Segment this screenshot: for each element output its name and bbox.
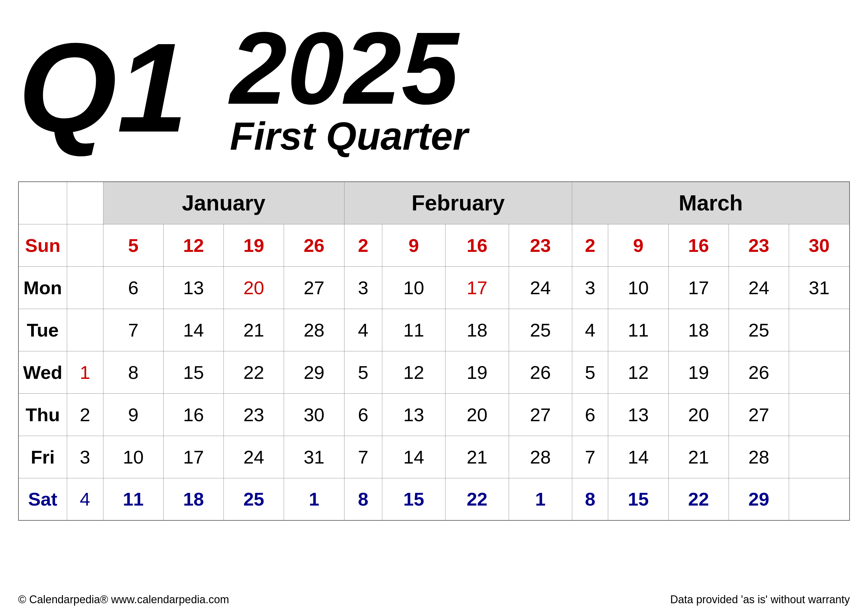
mar-cell: 20 [668, 394, 728, 436]
corner-empty [19, 182, 67, 224]
jan-cell: 5 [103, 224, 163, 266]
day-label-thu: Thu [19, 394, 67, 436]
feb-cell: 7 [344, 436, 382, 478]
feb-cell: 1 [509, 478, 572, 521]
mar-cell: 12 [608, 351, 668, 394]
week-num-sun [67, 224, 103, 266]
jan-cell: 1 [284, 478, 344, 521]
feb-cell: 20 [445, 394, 509, 436]
february-header: February [344, 182, 572, 224]
jan-cell: 23 [224, 394, 284, 436]
mar-cell: 6 [572, 394, 608, 436]
mar-cell: 16 [668, 224, 728, 266]
feb-cell: 17 [445, 266, 509, 309]
calendar-row-fri: Fri31017243171421287142128 [19, 436, 849, 478]
mar-cell: 3 [572, 266, 608, 309]
mar-cell: 27 [728, 394, 789, 436]
day-label-sat: Sat [19, 478, 67, 521]
jan-cell: 15 [163, 351, 223, 394]
week-num-sat: 4 [67, 478, 103, 521]
jan-cell: 11 [103, 478, 163, 521]
feb-cell: 26 [509, 351, 572, 394]
jan-cell: 21 [224, 309, 284, 351]
mar-cell [789, 478, 849, 521]
day-label-wed: Wed [19, 351, 67, 394]
mar-cell [789, 394, 849, 436]
feb-cell: 24 [509, 266, 572, 309]
day-label-tue: Tue [19, 309, 67, 351]
calendar-row-wed: Wed1815222951219265121926 [19, 351, 849, 394]
mar-cell: 25 [728, 309, 789, 351]
feb-cell: 9 [382, 224, 445, 266]
day-label-sun: Sun [19, 224, 67, 266]
week-num-wed: 1 [67, 351, 103, 394]
mar-cell: 2 [572, 224, 608, 266]
jan-cell: 22 [224, 351, 284, 394]
week-num-mon [67, 266, 103, 309]
jan-cell: 31 [284, 436, 344, 478]
mar-cell: 15 [608, 478, 668, 521]
mar-cell: 19 [668, 351, 728, 394]
feb-cell: 27 [509, 394, 572, 436]
week-empty [67, 182, 103, 224]
calendar-row-sun: Sun512192629162329162330 [19, 224, 849, 266]
mar-cell: 22 [668, 478, 728, 521]
week-num-fri: 3 [67, 436, 103, 478]
jan-cell: 7 [103, 309, 163, 351]
mar-cell: 28 [728, 436, 789, 478]
jan-cell: 16 [163, 394, 223, 436]
feb-cell: 28 [509, 436, 572, 478]
jan-cell: 26 [284, 224, 344, 266]
calendar-container: January February March Sun51219262916232… [0, 169, 868, 527]
mar-cell: 5 [572, 351, 608, 394]
feb-cell: 5 [344, 351, 382, 394]
year-label: 2025 [230, 17, 459, 119]
feb-cell: 25 [509, 309, 572, 351]
feb-cell: 19 [445, 351, 509, 394]
mar-cell: 31 [789, 266, 849, 309]
feb-cell: 21 [445, 436, 509, 478]
mar-cell: 4 [572, 309, 608, 351]
jan-cell: 17 [163, 436, 223, 478]
mar-cell: 17 [668, 266, 728, 309]
feb-cell: 6 [344, 394, 382, 436]
feb-cell: 2 [344, 224, 382, 266]
feb-cell: 15 [382, 478, 445, 521]
mar-cell: 26 [728, 351, 789, 394]
feb-cell: 8 [344, 478, 382, 521]
feb-cell: 4 [344, 309, 382, 351]
mar-cell: 30 [789, 224, 849, 266]
footer-left: © Calendarpedia® www.calendarpedia.com [18, 593, 229, 606]
header-right: 2025 First Quarter [230, 17, 468, 159]
march-header: March [572, 182, 849, 224]
jan-cell: 30 [284, 394, 344, 436]
jan-cell: 25 [224, 478, 284, 521]
jan-cell: 24 [224, 436, 284, 478]
mar-cell: 24 [728, 266, 789, 309]
jan-cell: 29 [284, 351, 344, 394]
q1-logo: Q1 [18, 24, 194, 151]
feb-cell: 12 [382, 351, 445, 394]
january-header: January [103, 182, 344, 224]
week-num-thu: 2 [67, 394, 103, 436]
jan-cell: 27 [284, 266, 344, 309]
jan-cell: 13 [163, 266, 223, 309]
jan-cell: 8 [103, 351, 163, 394]
jan-cell: 12 [163, 224, 223, 266]
week-num-tue [67, 309, 103, 351]
mar-cell [789, 351, 849, 394]
feb-cell: 16 [445, 224, 509, 266]
calendar-body: Sun512192629162329162330Mon6132027310172… [19, 224, 849, 521]
feb-cell: 23 [509, 224, 572, 266]
jan-cell: 20 [224, 266, 284, 309]
mar-cell: 21 [668, 436, 728, 478]
mar-cell: 7 [572, 436, 608, 478]
mar-cell: 23 [728, 224, 789, 266]
header: Q1 2025 First Quarter [0, 0, 868, 169]
mar-cell: 11 [608, 309, 668, 351]
quarter-title: First Quarter [230, 113, 468, 159]
day-label-mon: Mon [19, 266, 67, 309]
feb-cell: 10 [382, 266, 445, 309]
jan-cell: 10 [103, 436, 163, 478]
calendar-table: January February March Sun51219262916232… [18, 181, 850, 521]
